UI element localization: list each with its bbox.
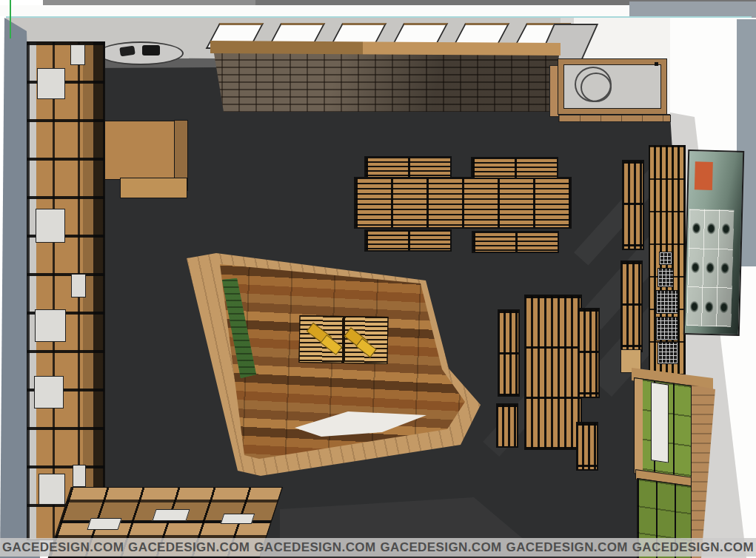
left-cube-shelving xyxy=(27,41,105,540)
poster-image-cell xyxy=(721,223,730,235)
slat-bench xyxy=(576,422,598,471)
watermark-text: GACEDESIGN.COM xyxy=(506,540,628,555)
white-cube xyxy=(37,68,65,99)
watermark-text: GACEDESIGN.COM xyxy=(632,540,754,555)
white-cube xyxy=(35,309,66,342)
poster-image-cell xyxy=(692,223,700,235)
white-cube xyxy=(71,274,86,298)
mesh-basket xyxy=(658,342,678,364)
slat-bench xyxy=(364,229,452,252)
poster-image-cell xyxy=(691,261,700,273)
poster-image-cell xyxy=(690,300,699,312)
slat-bench xyxy=(622,160,644,250)
interior-render-canvas: GACEDESIGN.COM GACEDESIGN.COM GACEDESIGN… xyxy=(0,0,756,558)
poster-image-cell xyxy=(705,300,714,312)
cabinet-wood-column xyxy=(635,378,643,474)
white-cube xyxy=(34,376,64,409)
watermark-text: GACEDESIGN.COM xyxy=(254,540,375,555)
mesh-basket xyxy=(656,317,678,340)
reception-desk-lower xyxy=(120,178,187,198)
white-cube xyxy=(73,465,86,487)
poster-orange-logo xyxy=(695,161,713,190)
green-cabinet-upper xyxy=(634,377,692,482)
white-cube xyxy=(152,509,190,521)
white-cube xyxy=(70,44,85,65)
slat-bench xyxy=(472,231,559,253)
oval-rug xyxy=(98,41,184,65)
slat-bench xyxy=(620,260,643,352)
white-cube xyxy=(87,518,121,530)
white-cube xyxy=(221,514,255,524)
watermark-text: GACEDESIGN.COM xyxy=(2,540,124,555)
poster-image-cell xyxy=(706,262,715,274)
rug-object xyxy=(142,45,160,56)
watermark-text: GACEDESIGN.COM xyxy=(380,540,501,555)
watermark-bar: GACEDESIGN.COM GACEDESIGN.COM GACEDESIGN… xyxy=(0,538,756,557)
cabinet-white-door xyxy=(651,382,669,463)
slat-bench xyxy=(578,308,600,398)
poster-image-cell xyxy=(720,262,729,274)
mesh-basket xyxy=(659,252,672,265)
mesh-basket xyxy=(656,290,678,314)
mesh-basket xyxy=(658,268,674,287)
axis-line xyxy=(10,0,11,38)
slat-bench xyxy=(471,157,558,179)
watermark-text: GACEDESIGN.COM xyxy=(128,540,250,555)
white-cube xyxy=(39,474,65,505)
basin-circle-inner xyxy=(581,73,612,102)
vertical-slat-table xyxy=(524,295,582,450)
counter-detail xyxy=(655,62,658,66)
slat-bench xyxy=(364,156,452,178)
poster-image-cell xyxy=(720,301,729,313)
poster-image-grid xyxy=(686,209,734,327)
slat-bench xyxy=(498,309,520,397)
top-right-wall-band xyxy=(629,1,756,18)
white-cube xyxy=(36,209,65,243)
communal-slat-table xyxy=(354,177,572,229)
poster-image-cell xyxy=(706,223,715,235)
counter-front-strip xyxy=(558,115,671,122)
slat-bench xyxy=(496,403,518,448)
wall-poster xyxy=(683,149,745,336)
